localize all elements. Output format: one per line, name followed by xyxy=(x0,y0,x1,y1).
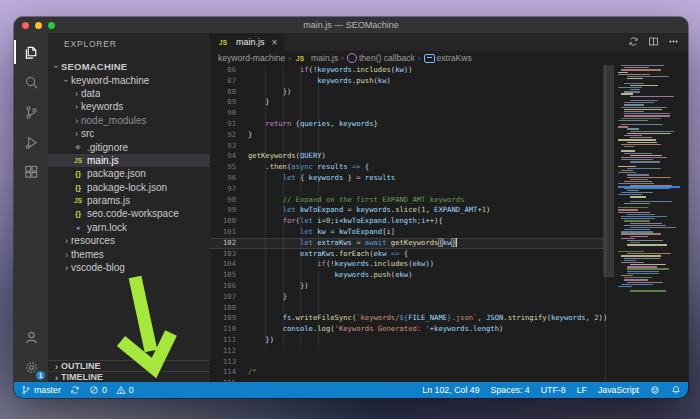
code-line[interactable]: 98 // Expand on the first EXPAND_AMT key… xyxy=(210,195,604,206)
tree-item-vscode-blog[interactable]: ›vscode-blog xyxy=(48,261,210,274)
token: includes xyxy=(374,259,409,268)
split-editor-button[interactable] xyxy=(648,33,659,51)
code-line[interactable]: 95 .then(async results => { xyxy=(210,162,604,173)
status-ln-102-col-49[interactable]: Ln 102, Col 49 xyxy=(422,385,479,395)
code-line[interactable]: 105 keywords.push(ekw) xyxy=(210,270,604,281)
code-editor[interactable]: 86 if(!keywords.includes(kw))87 keywords… xyxy=(210,65,688,382)
json-file-icon: {} xyxy=(72,183,84,192)
breadcrumb-item-1[interactable]: keyword-machine xyxy=(218,53,285,63)
status-spaces-4[interactable]: Spaces: 4 xyxy=(491,385,530,395)
code-line[interactable]: 114/* xyxy=(210,367,604,378)
code-line[interactable]: 104 if(!keywords.includes(ekw)) xyxy=(210,259,604,270)
code-line[interactable]: 99 let kwToExpand = keywords.slice(1, EX… xyxy=(210,205,604,216)
minimap-line xyxy=(624,111,644,112)
code-line[interactable]: 88 }) xyxy=(210,87,604,98)
tab-main-js[interactable]: JS main.js × xyxy=(210,33,284,51)
code-line[interactable]: 110 console.log('Keywords Generated: '+k… xyxy=(210,324,604,335)
activity-item-account[interactable] xyxy=(14,322,48,352)
minimap[interactable] xyxy=(618,65,680,382)
minimap-line xyxy=(624,113,670,114)
chevron-right-icon: › xyxy=(62,250,71,259)
code-line[interactable]: 101 let kw = kwToExpand[i] xyxy=(210,227,604,238)
breadcrumb-item-3[interactable]: then() callback xyxy=(347,53,415,63)
status-utf-8[interactable]: UTF-8 xyxy=(541,385,566,395)
tree-item-themes[interactable]: ›themes xyxy=(48,247,210,260)
tree-item-keyword-machine[interactable]: ›keyword-machine xyxy=(48,73,210,86)
tree-item-seomachine[interactable]: ›SEOMACHINE xyxy=(48,60,210,73)
tree-item-label: yarn.lock xyxy=(87,222,127,233)
code-line[interactable]: 91 return {queries, keywords} xyxy=(210,119,604,130)
tree-item-package-lock-json[interactable]: {}package-lock.json xyxy=(48,181,210,194)
minimap-current-line-indicator xyxy=(618,186,680,188)
code-line[interactable]: 93 xyxy=(210,141,604,152)
source-control-icon xyxy=(24,105,39,120)
tree-item-resources[interactable]: ›resources xyxy=(48,234,210,247)
status-0[interactable]: 0 xyxy=(116,385,134,395)
tree-item--gitignore[interactable]: ◆.gitignore xyxy=(48,140,210,153)
status-sync[interactable] xyxy=(70,385,80,395)
code-line[interactable]: 97 xyxy=(210,184,604,195)
code-line[interactable]: 107 } xyxy=(210,292,604,303)
breadcrumb-item-4[interactable]: extraKws xyxy=(424,53,472,63)
line-number: 92 xyxy=(210,130,248,141)
code-line[interactable]: 96 let { keywords } = results xyxy=(210,173,604,184)
activity-item-source-control[interactable] xyxy=(14,97,48,127)
minimap-line xyxy=(627,142,657,143)
code-line[interactable]: 109 fs.writeFileSync(`keywords/${FILE_NA… xyxy=(210,313,604,324)
minimap-line xyxy=(630,236,648,237)
code-line[interactable]: 87 keywords.push(kw) xyxy=(210,76,604,87)
code-line[interactable]: 108 xyxy=(210,303,604,314)
tree-item-label: .gitignore xyxy=(87,142,128,153)
tree-item-yarn-lock[interactable]: ●yarn.lock xyxy=(48,221,210,234)
code-line[interactable]: 106 }) xyxy=(210,281,604,292)
code-line[interactable]: 90 xyxy=(210,108,604,119)
token: } xyxy=(248,130,252,139)
code-line[interactable]: 92} xyxy=(210,130,604,141)
tree-item-main-js[interactable]: JSmain.js xyxy=(48,154,210,167)
tree-item-package-json[interactable]: {}package.json xyxy=(48,167,210,180)
indent-guide xyxy=(265,65,266,348)
tree-item-params-js[interactable]: JSparams.js xyxy=(48,194,210,207)
section-label: OUTLINE xyxy=(61,361,101,371)
code-line[interactable]: 113 xyxy=(210,357,604,368)
code-line[interactable]: 115 xyxy=(210,378,604,382)
tree-item-node-modules[interactable]: ›node_modules xyxy=(48,114,210,127)
status-javascript[interactable]: JavaScript xyxy=(598,385,639,395)
tree-item-keywords[interactable]: ›keywords xyxy=(48,100,210,113)
tree-item-data[interactable]: ›data xyxy=(48,87,210,100)
activity-item-settings[interactable]: 1 xyxy=(14,352,48,382)
activity-item-run-debug[interactable] xyxy=(14,127,48,157)
breadcrumb-item-2[interactable]: JSmain.js xyxy=(294,53,338,63)
open-changes-button[interactable] xyxy=(628,33,639,51)
code-line[interactable]: 102 let extraKws = await getKeywords(kw) xyxy=(210,238,604,249)
code-line[interactable]: 103 extraKws.forEach(ekw => { xyxy=(210,249,604,260)
code-line[interactable]: 86 if(!keywords.includes(kw)) xyxy=(210,65,604,76)
scrollbar-slider[interactable] xyxy=(603,65,614,277)
activity-item-search[interactable] xyxy=(14,67,48,97)
chevron-right-icon: › xyxy=(62,263,71,272)
tree-item-seo-code-workspace[interactable]: {}seo.code-workspace xyxy=(48,207,210,220)
status-bell[interactable] xyxy=(671,385,681,395)
more-actions-button[interactable] xyxy=(668,33,679,51)
code-line[interactable]: 94getKeywords(QUERY) xyxy=(210,151,604,162)
code-line[interactable]: 100 for(let i=0;i<kwToExpand.length;i++)… xyxy=(210,216,604,227)
activity-bar: 1 xyxy=(14,33,48,382)
chevron-right-icon: › xyxy=(62,236,71,245)
activity-item-extensions[interactable] xyxy=(14,157,48,187)
status-0[interactable]: 0 xyxy=(89,385,107,395)
sidebar-section-timeline[interactable]: ›TIMELINE xyxy=(48,371,210,382)
code-line[interactable]: 112 xyxy=(210,346,604,357)
status-lf[interactable]: LF xyxy=(577,385,587,395)
token: ) xyxy=(387,76,391,85)
activity-item-explorer[interactable] xyxy=(14,37,48,67)
status-feedback[interactable] xyxy=(650,385,660,395)
tab-close-icon[interactable]: × xyxy=(272,37,278,48)
token: then xyxy=(270,162,287,171)
chevron-right-icon: › xyxy=(72,129,81,138)
sidebar-section-outline[interactable]: ›OUTLINE xyxy=(48,360,210,371)
minimap-line xyxy=(621,170,633,171)
tree-item-src[interactable]: ›src xyxy=(48,127,210,140)
code-line[interactable]: 111 }) xyxy=(210,335,604,346)
code-line[interactable]: 89 } xyxy=(210,97,604,108)
status-master[interactable]: master xyxy=(21,385,61,395)
